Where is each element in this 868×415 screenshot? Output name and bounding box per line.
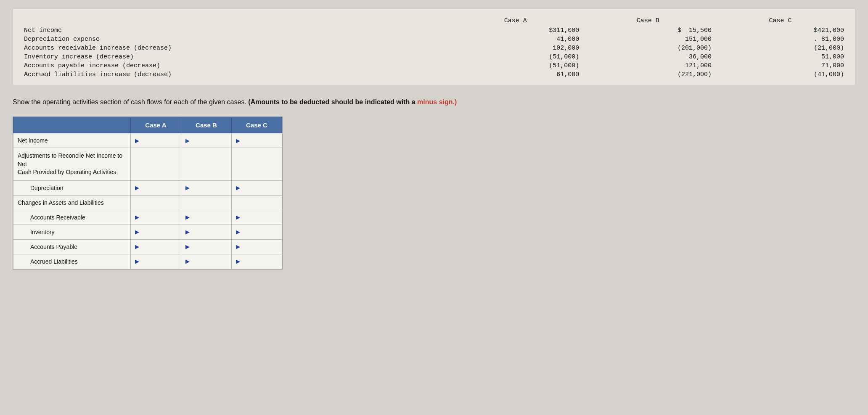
case-b-value: 121,000 — [582, 61, 714, 70]
ar-case-a-input[interactable] — [141, 214, 177, 221]
adjustments-header-row: Adjustments to Reconcile Net Income to N… — [13, 148, 282, 181]
label-column-header — [13, 117, 131, 133]
depreciation-case-c-input[interactable] — [242, 185, 278, 191]
accrued-liabilities-row: Accrued Liabilities ▶ ▶ ▶ — [13, 254, 282, 269]
arrow-icon: ▶ — [236, 214, 240, 220]
al-case-c-cell: ▶ — [232, 254, 282, 269]
ar-case-a-cell: ▶ — [131, 210, 181, 225]
inventory-case-c-input[interactable] — [242, 229, 278, 235]
accounts-receivable-row: Accounts Receivable ▶ ▶ ▶ — [13, 210, 282, 225]
case-a-header: Case A — [449, 16, 582, 26]
case-b-value: $ 15,500 — [582, 26, 714, 35]
instruction-text: Show the operating activities section of… — [13, 97, 855, 107]
table-row: Net income $311,000 $ 15,500 $421,000 — [21, 26, 847, 35]
arrow-icon: ▶ — [185, 137, 190, 144]
al-case-b-input[interactable] — [191, 258, 227, 265]
arrow-icon: ▶ — [135, 214, 139, 220]
net-income-case-c-input[interactable] — [242, 137, 278, 144]
instruction-bold: (Amounts to be deducted should be indica… — [248, 98, 417, 106]
arrow-icon: ▶ — [236, 185, 240, 191]
adjustments-label: Adjustments to Reconcile Net Income to N… — [13, 148, 131, 181]
case-c-value: 71,000 — [714, 61, 847, 70]
net-income-row: Net Income ▶ ▶ ▶ — [13, 133, 282, 148]
row-label: Accounts receivable increase (decrease) — [21, 44, 449, 53]
case-a-column-header: Case A — [131, 117, 181, 133]
adjustments-case-a-cell — [131, 148, 181, 181]
case-c-value: 51,000 — [714, 53, 847, 61]
case-c-value: (21,000) — [714, 44, 847, 53]
row-label: Inventory increase (decrease) — [21, 53, 449, 61]
net-income-case-a-input[interactable] — [141, 137, 177, 144]
ar-case-b-input[interactable] — [191, 214, 227, 221]
case-a-value: $311,000 — [449, 26, 582, 35]
case-a-value: 61,000 — [449, 70, 582, 79]
empty-header — [21, 16, 449, 26]
accounts-payable-row: Accounts Payable ▶ ▶ ▶ — [13, 239, 282, 254]
depreciation-label: Depreciation — [13, 180, 131, 195]
reference-table: Case A Case B Case C Net income $311,000… — [21, 16, 847, 79]
table-row: Inventory increase (decrease) (51,000) 3… — [21, 53, 847, 61]
changes-case-b-cell — [181, 195, 232, 210]
case-b-value: (201,000) — [582, 44, 714, 53]
ap-case-a-cell: ▶ — [131, 239, 181, 254]
depreciation-case-a-input[interactable] — [141, 185, 177, 191]
changes-header-row: Changes in Assets and Liabilities — [13, 195, 282, 210]
inventory-case-b-cell: ▶ — [181, 225, 232, 239]
input-table-wrapper: Case A Case B Case C Net Income ▶ ▶ — [13, 116, 283, 270]
arrow-icon: ▶ — [185, 258, 190, 264]
net-income-case-b-input[interactable] — [191, 137, 227, 144]
net-income-case-c-cell: ▶ — [232, 133, 282, 148]
arrow-icon: ▶ — [236, 229, 240, 235]
case-b-value: 151,000 — [582, 35, 714, 44]
case-b-value: 36,000 — [582, 53, 714, 61]
ap-case-b-input[interactable] — [191, 243, 227, 250]
accrued-liabilities-label: Accrued Liabilities — [13, 254, 131, 269]
table-row: Depreciation expense 41,000 151,000 . 81… — [21, 35, 847, 44]
case-b-header: Case B — [582, 16, 714, 26]
row-label: Depreciation expense — [21, 35, 449, 44]
inventory-case-c-cell: ▶ — [232, 225, 282, 239]
row-label: Accrued liabilities increase (decrease) — [21, 70, 449, 79]
input-table: Case A Case B Case C Net Income ▶ ▶ — [13, 117, 282, 269]
table-row: Accounts receivable increase (decrease) … — [21, 44, 847, 53]
al-case-a-cell: ▶ — [131, 254, 181, 269]
arrow-icon: ▶ — [236, 243, 240, 250]
inventory-case-a-cell: ▶ — [131, 225, 181, 239]
instruction-main: Show the operating activities section of… — [13, 98, 248, 106]
arrow-icon: ▶ — [135, 229, 139, 235]
ap-case-a-input[interactable] — [141, 243, 177, 250]
depreciation-row: Depreciation ▶ ▶ ▶ — [13, 180, 282, 195]
arrow-icon: ▶ — [135, 137, 139, 144]
case-a-value: (51,000) — [449, 53, 582, 61]
arrow-icon: ▶ — [135, 185, 139, 191]
case-a-value: (51,000) — [449, 61, 582, 70]
row-label: Net income — [21, 26, 449, 35]
net-income-label: Net Income — [13, 133, 131, 148]
inventory-case-b-input[interactable] — [191, 229, 227, 235]
case-b-value: (221,000) — [582, 70, 714, 79]
ar-case-c-cell: ▶ — [232, 210, 282, 225]
case-c-value: (41,000) — [714, 70, 847, 79]
table-row: Accrued liabilities increase (decrease) … — [21, 70, 847, 79]
changes-case-a-cell — [131, 195, 181, 210]
ap-case-c-input[interactable] — [242, 243, 278, 250]
al-case-c-input[interactable] — [242, 258, 278, 265]
arrow-icon: ▶ — [185, 243, 190, 250]
arrow-icon: ▶ — [236, 137, 240, 144]
case-a-value: 41,000 — [449, 35, 582, 44]
ar-case-c-input[interactable] — [242, 214, 278, 221]
changes-case-c-cell — [232, 195, 282, 210]
case-c-value: $421,000 — [714, 26, 847, 35]
arrow-icon: ▶ — [236, 258, 240, 264]
inventory-row: Inventory ▶ ▶ ▶ — [13, 225, 282, 239]
top-reference-section: Case A Case B Case C Net income $311,000… — [13, 8, 855, 85]
inventory-case-a-input[interactable] — [141, 229, 177, 235]
al-case-a-input[interactable] — [141, 258, 177, 265]
table-row: Accounts payable increase (decrease) (51… — [21, 61, 847, 70]
depreciation-case-b-input[interactable] — [191, 185, 227, 191]
changes-label: Changes in Assets and Liabilities — [13, 195, 131, 210]
arrow-icon: ▶ — [185, 214, 190, 220]
depreciation-case-a-cell: ▶ — [131, 180, 181, 195]
arrow-icon: ▶ — [185, 185, 190, 191]
accounts-receivable-label: Accounts Receivable — [13, 210, 131, 225]
